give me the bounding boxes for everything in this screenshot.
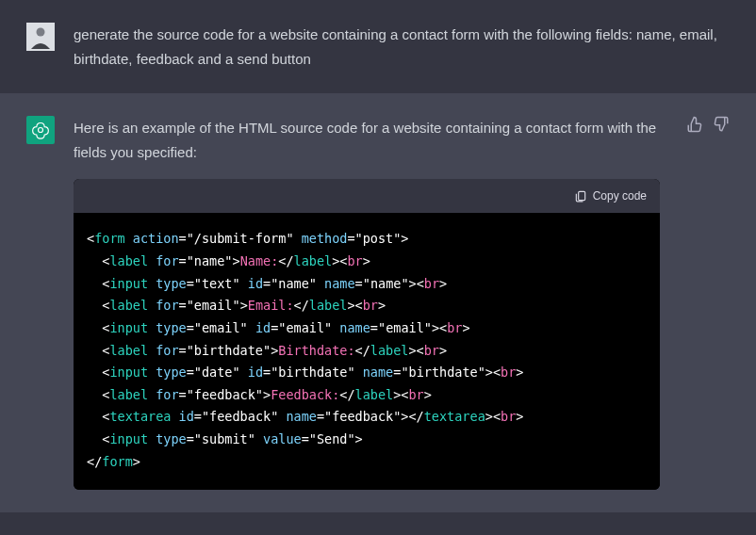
svg-point-2: [39, 128, 43, 133]
thumbs-down-button[interactable]: [713, 116, 730, 133]
openai-logo-icon: [31, 121, 50, 139]
thumbs-down-icon: [713, 116, 730, 133]
code-toolbar: Copy code: [74, 179, 660, 213]
code-block: Copy code <form action="/submit-form" me…: [74, 179, 660, 490]
assistant-avatar: [26, 116, 55, 144]
code-content[interactable]: <form action="/submit-form" method="post…: [74, 213, 660, 490]
thumbs-up-icon: [686, 116, 703, 133]
svg-point-1: [37, 28, 45, 37]
copy-code-label: Copy code: [593, 186, 647, 205]
feedback-buttons: [686, 116, 730, 490]
user-message-content: generate the source code for a website c…: [74, 23, 730, 71]
user-avatar: [26, 23, 55, 51]
thumbs-up-button[interactable]: [686, 116, 703, 133]
user-avatar-icon: [26, 23, 55, 51]
assistant-intro-text: Here is an example of the HTML source co…: [74, 116, 660, 164]
assistant-message-content: Here is an example of the HTML source co…: [74, 116, 660, 490]
clipboard-icon: [574, 189, 587, 203]
user-message-text: generate the source code for a website c…: [74, 23, 730, 71]
user-message-row: generate the source code for a website c…: [0, 0, 756, 93]
svg-rect-3: [578, 192, 584, 201]
assistant-message-row: Here is an example of the HTML source co…: [0, 93, 756, 512]
copy-code-button[interactable]: Copy code: [574, 186, 647, 205]
